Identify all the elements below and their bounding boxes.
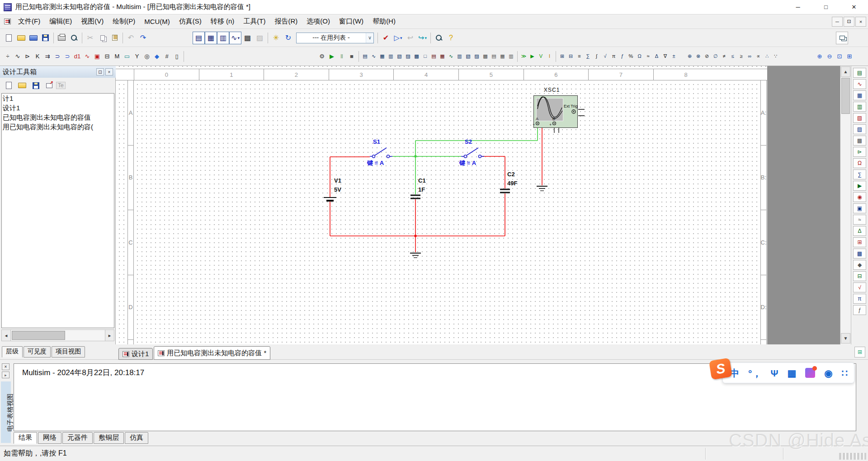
restore-document-button[interactable]: ⊡ bbox=[844, 17, 854, 27]
analysis-icon-7[interactable]: π bbox=[609, 51, 618, 62]
network-analyzer-button[interactable]: ▨ bbox=[472, 51, 481, 62]
misc-icon-11[interactable]: ∵ bbox=[771, 51, 780, 62]
misc-icon-2[interactable]: ⊗ bbox=[694, 51, 703, 62]
analysis-icon-6[interactable]: √ bbox=[601, 51, 609, 62]
dock-agilent-multimeter-icon[interactable]: ⊞ bbox=[853, 237, 866, 247]
dock-spectrum-analyzer-icon[interactable]: ▣ bbox=[853, 203, 866, 213]
misc-icon-5[interactable]: ≠ bbox=[720, 51, 728, 62]
misc-icon-3[interactable]: ⊘ bbox=[703, 51, 711, 62]
menu-item[interactable]: 仿真(S) bbox=[175, 15, 206, 28]
distortion-analyzer-button[interactable]: ▥ bbox=[455, 51, 464, 62]
place-misc-digital-button[interactable]: d1 bbox=[72, 51, 82, 62]
place-diode-button[interactable]: ⊳ bbox=[23, 51, 33, 62]
sogou-logo-icon[interactable]: S bbox=[709, 358, 732, 380]
dock-oscilloscope-icon[interactable]: ▥ bbox=[853, 102, 866, 112]
paste-button[interactable] bbox=[108, 32, 121, 44]
misc-icon-8[interactable]: ∞ bbox=[745, 51, 754, 62]
zoom-in-button[interactable]: ⊕ bbox=[815, 51, 825, 62]
design-tree[interactable]: 计1设计1已知电容测出未知电容的容值用已知电容测出未知电容的容( bbox=[1, 93, 114, 328]
design-tree-item[interactable]: 已知电容测出未知电容的容值 bbox=[2, 113, 114, 122]
place-misc-button[interactable]: M bbox=[112, 51, 122, 62]
dock-four-channel-scope-icon[interactable]: ▧ bbox=[853, 113, 866, 123]
schematic-canvas[interactable]: 012345678 ABCD A:B:C:D: bbox=[116, 66, 840, 344]
close-panel-button[interactable]: × bbox=[105, 68, 113, 75]
menu-item[interactable]: 工具(T) bbox=[239, 15, 270, 28]
current-probe-button[interactable]: I bbox=[545, 51, 554, 62]
scrollbar-thumb[interactable] bbox=[12, 331, 65, 340]
word-generator-button[interactable]: □ bbox=[421, 51, 429, 62]
save-button[interactable] bbox=[39, 32, 52, 44]
find-example-button[interactable] bbox=[433, 32, 445, 44]
analysis-icon-12[interactable]: Δ bbox=[652, 51, 661, 62]
document-tab[interactable]: 用已知电容测出未知电容的容值 * bbox=[154, 346, 270, 360]
misc-icon-1[interactable]: ⊕ bbox=[685, 51, 694, 62]
menu-item[interactable]: 绘制(P) bbox=[108, 15, 140, 28]
pause-simulation-button[interactable]: Ⅱ bbox=[337, 51, 347, 62]
toggle-spice-netlist-button[interactable]: ▥ bbox=[217, 32, 229, 44]
place-connector-button[interactable]: # bbox=[162, 51, 172, 62]
source-value[interactable]: 5V bbox=[334, 186, 341, 193]
canvas-vertical-scrollbar[interactable]: ▲ ▼ bbox=[840, 66, 851, 344]
in-use-list-dropdown[interactable]: --- 在用列表 - ∨ bbox=[296, 33, 374, 43]
grapher-button[interactable]: ▩ bbox=[241, 32, 254, 44]
dock-postprocessor-icon[interactable]: π bbox=[853, 294, 866, 304]
rename-button[interactable]: Te bbox=[56, 82, 66, 89]
dock-probe-icon[interactable]: ⊟ bbox=[853, 271, 866, 281]
scroll-right-button[interactable]: ▸ bbox=[105, 330, 114, 341]
agilent-oscilloscope-button[interactable]: ▦ bbox=[498, 51, 507, 62]
dock-bode-plotter-icon[interactable]: ▨ bbox=[853, 124, 866, 134]
source-refdes[interactable]: V1 bbox=[334, 177, 341, 184]
oscilloscope-button[interactable]: ▥ bbox=[387, 51, 395, 62]
close-schematic-button[interactable] bbox=[42, 80, 56, 91]
cap2-refdes[interactable]: C2 bbox=[507, 171, 515, 178]
voice-input-icon[interactable]: Ψ bbox=[770, 368, 778, 378]
place-ttl-button[interactable]: ⊃ bbox=[52, 51, 62, 62]
punctuation-icon[interactable]: °， bbox=[748, 368, 761, 378]
logic-analyzer-button[interactable]: ▦ bbox=[438, 51, 447, 62]
menu-item[interactable]: 编辑(E) bbox=[45, 15, 76, 28]
export-to-ultiboard-button[interactable]: ▷▾ bbox=[392, 32, 404, 44]
run-simulation-button[interactable]: ▶ bbox=[327, 51, 337, 62]
new-file-button[interactable] bbox=[3, 32, 15, 44]
save-schematic-button[interactable] bbox=[29, 80, 42, 91]
print-preview-button[interactable] bbox=[68, 32, 80, 44]
smart-assistant-icon[interactable]: ◉ bbox=[824, 368, 832, 378]
toolbox-tab[interactable]: 层级 bbox=[2, 346, 23, 358]
frequency-counter-button[interactable]: ▩ bbox=[412, 51, 421, 62]
zoom-out-button[interactable]: ⊖ bbox=[825, 51, 835, 62]
float-panel-button[interactable]: ⊡ bbox=[96, 68, 104, 75]
place-ni-component-button[interactable]: ◆ bbox=[152, 51, 162, 62]
dock-frequency-counter-icon[interactable]: ▩ bbox=[853, 136, 866, 146]
dock-network-analyzer-icon[interactable]: ≈ bbox=[853, 215, 866, 225]
restore-layout-button[interactable] bbox=[836, 32, 848, 44]
spreadsheet-tab[interactable]: 敷铜层 bbox=[94, 432, 124, 444]
open-sample-button[interactable] bbox=[27, 32, 39, 44]
breadboard-view-button[interactable]: ✳ bbox=[270, 32, 282, 44]
dock-grapher-icon[interactable]: √ bbox=[853, 282, 866, 292]
place-advanced-peripherals-button[interactable]: ▭ bbox=[122, 51, 132, 62]
oscilloscope-refdes[interactable]: XSC1 bbox=[544, 87, 560, 93]
ime-toolbox-icon[interactable]: ∷ bbox=[842, 368, 848, 378]
menu-item[interactable]: 报告(R) bbox=[270, 15, 302, 28]
agilent-multimeter-button[interactable]: ▤ bbox=[490, 51, 498, 62]
misc-icon-7[interactable]: ≥ bbox=[737, 51, 745, 62]
minimize-document-button[interactable]: ─ bbox=[832, 17, 843, 27]
design-tree-item[interactable]: 设计1 bbox=[2, 103, 114, 113]
analysis-icon-4[interactable]: ∑ bbox=[584, 51, 592, 62]
agilent-function-generator-button[interactable]: ▩ bbox=[481, 51, 490, 62]
four-channel-oscilloscope-button[interactable]: ▧ bbox=[395, 51, 404, 62]
dock-tektronix-scope-icon[interactable]: ◆ bbox=[853, 260, 866, 270]
design-tree-item[interactable]: 计1 bbox=[2, 94, 114, 103]
help-button[interactable]: ? bbox=[445, 32, 457, 44]
toggle-design-toolbox-button[interactable]: ▤ bbox=[193, 32, 205, 44]
place-source-button[interactable]: ÷ bbox=[3, 51, 13, 62]
dock-logic-converter-icon[interactable]: Ω bbox=[853, 158, 866, 168]
menu-item[interactable]: 窗口(W) bbox=[335, 15, 368, 28]
menu-item[interactable]: 选项(O) bbox=[302, 15, 335, 28]
place-basic-button[interactable]: ∿ bbox=[13, 51, 23, 62]
redo-button[interactable]: ↷ bbox=[137, 32, 149, 44]
dock-function-generator-icon[interactable]: ∿ bbox=[853, 79, 866, 89]
backannotate-button[interactable]: ↩ bbox=[404, 32, 416, 44]
bode-plotter-button[interactable]: ▨ bbox=[404, 51, 412, 62]
soft-keyboard-icon[interactable]: ▦ bbox=[787, 368, 796, 378]
